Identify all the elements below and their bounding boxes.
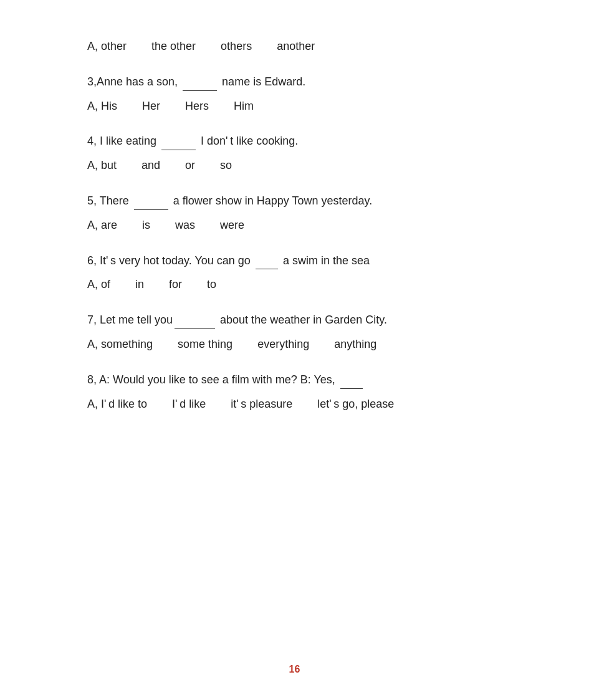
q5-options-row: A, are is was were — [87, 216, 502, 234]
q3-options-row: A, His Her Hers Him — [87, 97, 502, 115]
q4-option-and: and — [141, 156, 160, 175]
q7-option-some-thing: some thing — [178, 335, 232, 353]
q8-option-its-pleasure: it' s pleasure — [231, 395, 292, 413]
q5-option-is: is — [142, 216, 150, 234]
q6-option-to: to — [207, 276, 216, 294]
question-7-block: 7, Let me tell you about the weather in … — [87, 311, 502, 353]
q4-blank — [161, 150, 196, 150]
q3-text: 3,Anne has a son, name is Edward. — [87, 73, 502, 91]
q3-option-a-his: A, His — [87, 97, 117, 115]
q2-options-row: A, other the other others another — [87, 37, 502, 55]
question-8-block: 8, A: Would you like to see a film with … — [87, 371, 502, 413]
q4-options-row: A, but and or so — [87, 156, 502, 175]
q8-text: 8, A: Would you like to see a film with … — [87, 371, 502, 389]
q2-option-another: another — [277, 37, 315, 55]
q8-options-row: A, I' d like to I' d like it' s pleasure… — [87, 395, 502, 413]
q7-option-everything: everything — [257, 335, 309, 353]
q6-option-a-of: A, of — [87, 276, 110, 294]
q5-text: 5, There a flower show in Happy Town yes… — [87, 192, 502, 210]
question-4-block: 4, I like eating I don' t like cooking. … — [87, 132, 502, 175]
q3-option-hers: Hers — [185, 97, 209, 115]
q2-option-a-label: A, other — [87, 37, 127, 55]
page-content: A, other the other others another 3,Anne… — [0, 0, 589, 480]
question-2-options-block: A, other the other others another — [87, 37, 502, 55]
q6-option-for: for — [169, 276, 182, 294]
q8-option-a-id-like-to: A, I' d like to — [87, 395, 147, 413]
q8-blank — [340, 388, 363, 389]
q8-option-lets-go: let' s go, please — [317, 395, 394, 413]
q6-options-row: A, of in for to — [87, 276, 502, 294]
q7-option-anything: anything — [334, 335, 376, 353]
q3-option-him: Him — [234, 97, 254, 115]
q4-option-a-but: A, but — [87, 156, 117, 175]
question-3-block: 3,Anne has a son, name is Edward. A, His… — [87, 73, 502, 115]
q6-blank — [256, 269, 278, 269]
q5-blank — [134, 209, 168, 210]
page-number: 16 — [289, 664, 300, 675]
q4-option-or: or — [185, 156, 195, 175]
q7-options-row: A, something some thing everything anyth… — [87, 335, 502, 353]
q7-option-a-something: A, something — [87, 335, 153, 353]
q4-option-so: so — [220, 156, 232, 175]
q5-option-a-are: A, are — [87, 216, 117, 234]
q2-option-the-other: the other — [151, 37, 196, 55]
q8-option-id-like: I' d like — [172, 395, 206, 413]
q4-text: 4, I like eating I don' t like cooking. — [87, 132, 502, 150]
question-5-block: 5, There a flower show in Happy Town yes… — [87, 192, 502, 234]
q6-option-in: in — [135, 276, 144, 294]
q5-option-were: were — [220, 216, 244, 234]
q7-blank — [175, 328, 215, 329]
question-6-block: 6, It' s very hot today. You can go a sw… — [87, 252, 502, 294]
q3-blank — [183, 90, 217, 91]
q6-text: 6, It' s very hot today. You can go a sw… — [87, 252, 502, 270]
q3-option-her: Her — [142, 97, 160, 115]
q7-text: 7, Let me tell you about the weather in … — [87, 311, 502, 329]
q5-option-was: was — [175, 216, 195, 234]
q2-option-others: others — [221, 37, 252, 55]
